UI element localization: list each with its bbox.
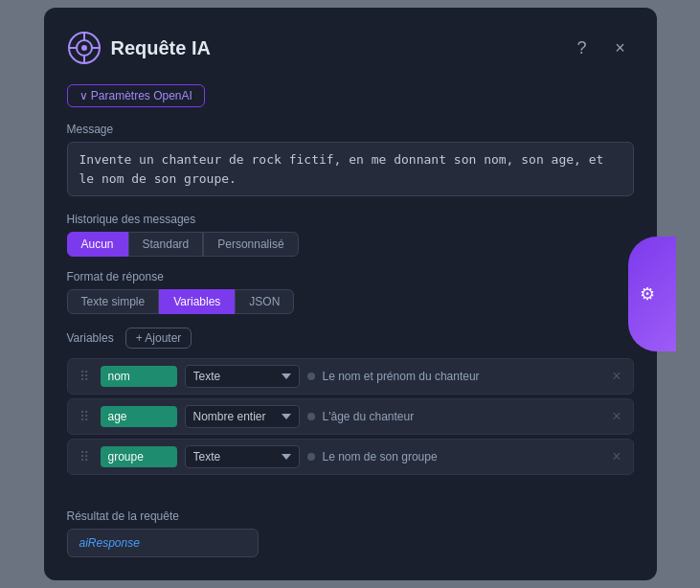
history-btn-aucun[interactable]: Aucun	[67, 232, 128, 257]
result-label: Résultat de la requête	[67, 509, 634, 523]
modal-header: Requête IA ? ×	[67, 31, 634, 65]
history-btn-personnalise[interactable]: Personnalisé	[203, 232, 298, 257]
result-input[interactable]: aiResponse	[67, 529, 259, 557]
ai-icon	[67, 31, 102, 65]
dot-indicator-nom	[307, 373, 315, 380]
format-label: Format de réponse	[67, 270, 634, 283]
variables-list: ⠿ Texte Nombre entier Booléen Date Le no…	[67, 358, 634, 475]
gear-icon: ⚙	[640, 283, 655, 305]
var-name-age[interactable]	[101, 406, 177, 427]
history-buttons: Aucun Standard Personnalisé	[67, 232, 634, 257]
variable-row-groupe: ⠿ Texte Nombre entier Booléen Date Le no…	[67, 439, 634, 475]
var-type-nom[interactable]: Texte Nombre entier Booléen Date	[185, 365, 300, 388]
message-input[interactable]	[67, 142, 634, 196]
message-label: Message	[67, 123, 634, 136]
variables-label: Variables	[67, 331, 114, 345]
var-type-groupe[interactable]: Texte Nombre entier Booléen Date	[185, 445, 300, 468]
dot-indicator-age	[307, 413, 315, 420]
var-name-groupe[interactable]	[101, 446, 177, 467]
format-btn-variables[interactable]: Variables	[159, 289, 235, 314]
history-section: Historique des messages Aucun Standard P…	[67, 213, 634, 257]
help-button[interactable]: ?	[569, 34, 596, 61]
result-section: Résultat de la requête aiResponse	[67, 509, 634, 557]
delete-nom-button[interactable]: ×	[608, 368, 624, 385]
var-name-nom[interactable]	[101, 366, 177, 387]
format-section: Format de réponse Texte simple Variables…	[67, 270, 634, 314]
header-left: Requête IA	[67, 31, 211, 65]
delete-groupe-button[interactable]: ×	[608, 448, 624, 465]
format-btn-json[interactable]: JSON	[235, 289, 294, 314]
purple-side-panel: ⚙	[628, 237, 676, 351]
params-openai-button[interactable]: ∨ Paramètres OpenAI	[67, 84, 205, 107]
close-button[interactable]: ×	[607, 34, 634, 61]
add-variable-button[interactable]: + Ajouter	[125, 328, 192, 349]
history-btn-standard[interactable]: Standard	[128, 232, 204, 257]
delete-age-button[interactable]: ×	[608, 408, 624, 425]
modal-container: Requête IA ? × ∨ Paramètres OpenAI Messa…	[44, 8, 657, 580]
history-label: Historique des messages	[67, 213, 634, 226]
header-actions: ? ×	[569, 34, 634, 61]
var-description-age: L'âge du chanteur	[323, 410, 601, 423]
modal-title: Requête IA	[111, 37, 211, 59]
format-buttons: Texte simple Variables JSON	[67, 289, 634, 314]
format-btn-texte[interactable]: Texte simple	[67, 289, 160, 314]
modal-wrapper: Requête IA ? × ∨ Paramètres OpenAI Messa…	[44, 8, 657, 580]
dot-indicator-groupe	[307, 453, 315, 461]
variables-header: Variables + Ajouter	[67, 328, 634, 349]
variable-row-age: ⠿ Texte Nombre entier Booléen Date L'âge…	[67, 398, 634, 435]
var-description-nom: Le nom et prénom du chanteur	[323, 370, 601, 383]
var-description-groupe: Le nom de son groupe	[323, 450, 601, 464]
var-type-age[interactable]: Texte Nombre entier Booléen Date	[185, 405, 300, 428]
drag-handle-groupe[interactable]: ⠿	[76, 449, 93, 464]
drag-handle-age[interactable]: ⠿	[76, 409, 93, 424]
drag-handle-nom[interactable]: ⠿	[76, 369, 93, 384]
variable-row-nom: ⠿ Texte Nombre entier Booléen Date Le no…	[67, 358, 634, 395]
svg-point-2	[81, 45, 87, 51]
